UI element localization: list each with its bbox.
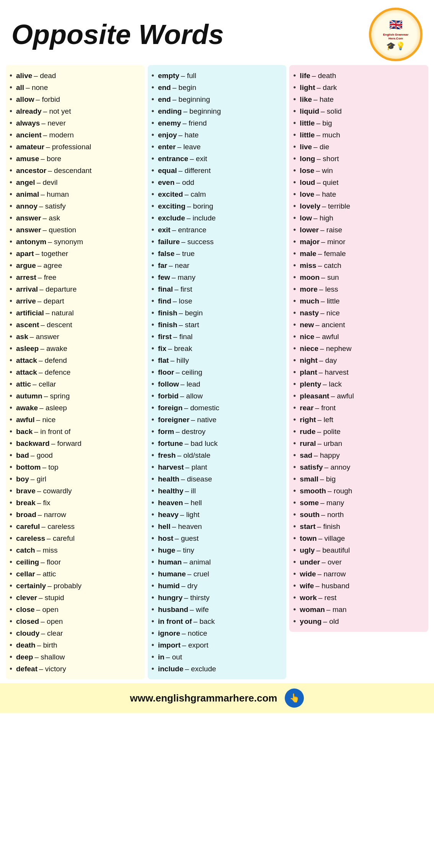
list-item: live – die <box>293 141 424 153</box>
list-item: equal – different <box>152 165 283 176</box>
list-item: backward – forward <box>10 437 141 449</box>
list-item: healthy – ill <box>152 485 283 497</box>
word-bold: attic <box>16 379 31 390</box>
list-item: light – dark <box>293 82 424 93</box>
word-normal: – miss <box>37 545 58 556</box>
word-list-2: empty – fullend – beginend – beginningen… <box>152 70 283 675</box>
word-bold: import <box>158 640 181 651</box>
word-bold: rear <box>300 402 313 413</box>
list-item: pleasant – awful <box>293 390 424 402</box>
word-bold: start <box>300 521 315 532</box>
list-item: sad – happy <box>293 449 424 461</box>
word-normal: – leave <box>177 141 201 152</box>
list-item: close – open <box>10 604 141 615</box>
word-list-3: life – deathlight – darklike – hateliqui… <box>293 70 424 627</box>
word-bold: exit <box>158 224 171 235</box>
word-normal: – nephew <box>320 343 351 354</box>
word-bold: end <box>158 94 171 105</box>
list-item: woman – man <box>293 604 424 615</box>
word-normal: – synonym <box>48 236 83 247</box>
list-item: wide – narrow <box>293 568 424 580</box>
list-item: few – many <box>152 271 283 283</box>
word-normal: – light <box>180 509 200 520</box>
list-item: small – big <box>293 473 424 485</box>
word-bold: excited <box>158 189 183 200</box>
word-normal: – forbid <box>36 94 60 105</box>
word-list-1: alive – deadall – noneallow – forbidalre… <box>10 70 141 675</box>
word-bold: form <box>158 426 174 437</box>
word-bold: new <box>300 319 314 330</box>
list-item: like – hate <box>293 93 424 105</box>
list-item: love – hate <box>293 188 424 200</box>
word-bold: nice <box>300 331 314 342</box>
list-item: import – export <box>152 639 283 651</box>
word-normal: – catch <box>318 260 341 271</box>
word-normal: – plant <box>185 462 207 473</box>
word-normal: – question <box>43 224 77 235</box>
word-bold: certainly <box>16 580 46 591</box>
list-item: enemy – friend <box>152 117 283 129</box>
word-normal: – heaven <box>172 521 202 532</box>
word-normal: – minor <box>321 236 345 247</box>
list-item: satisfy – annoy <box>293 461 424 473</box>
word-normal: – start <box>179 319 199 330</box>
list-item: cloudy – clear <box>10 627 141 639</box>
word-normal: – urban <box>318 438 342 449</box>
list-item: ceiling – floor <box>10 556 141 568</box>
word-bold: already <box>16 106 42 117</box>
word-normal: – win <box>316 165 333 176</box>
word-normal: – first <box>175 284 192 295</box>
list-item: ancestor – descendant <box>10 165 141 176</box>
word-normal: – happy <box>314 450 340 461</box>
list-item: heavy – light <box>152 509 283 520</box>
list-item: certainly – probably <box>10 580 141 592</box>
list-item: brave – cowardly <box>10 485 141 497</box>
word-bold: male <box>300 248 316 259</box>
word-normal: – birth <box>37 640 57 651</box>
word-normal: – boring <box>187 201 214 212</box>
list-item: include – exclude <box>152 663 283 675</box>
word-normal: – beautiful <box>316 545 350 556</box>
word-bold: some <box>300 497 319 508</box>
word-normal: – clear <box>41 628 63 639</box>
word-normal: – husband <box>315 580 349 591</box>
word-bold: finish <box>158 319 178 330</box>
word-normal: – hate <box>316 189 336 200</box>
word-normal: – probably <box>47 580 82 591</box>
list-item: fix – break <box>152 343 283 354</box>
word-bold: small <box>300 473 318 485</box>
word-normal: – include <box>186 212 215 224</box>
word-normal: – notice <box>182 628 207 639</box>
list-item: fortune – bad luck <box>152 437 283 449</box>
word-normal: – ask <box>43 212 60 224</box>
word-normal: – hate <box>313 94 334 105</box>
list-item: artificial – natural <box>10 307 141 319</box>
word-bold: rural <box>300 438 316 449</box>
word-normal: – female <box>318 248 346 259</box>
word-normal: – never <box>41 117 65 129</box>
word-normal: – together <box>35 248 68 259</box>
word-normal: – domestic <box>184 402 219 413</box>
word-bold: right <box>300 414 316 425</box>
list-item: bad – good <box>10 449 141 461</box>
list-item: heaven – hell <box>152 497 283 509</box>
word-normal: – depart <box>38 295 64 307</box>
word-bold: all <box>16 82 24 93</box>
word-bold: argue <box>16 260 36 271</box>
word-bold: alive <box>16 70 32 81</box>
word-normal: – guest <box>175 533 199 544</box>
list-item: allow – forbid <box>10 93 141 105</box>
list-item: final – first <box>152 283 283 295</box>
list-item: empty – full <box>152 70 283 82</box>
word-normal: – many <box>320 497 344 508</box>
logo-text-top: English Grammar <box>383 33 409 37</box>
word-normal: – day <box>319 355 337 366</box>
word-normal: – lead <box>181 379 201 390</box>
hand-icon: 👆 <box>289 693 300 703</box>
list-item: excited – calm <box>152 188 283 200</box>
list-item: young – old <box>293 615 424 627</box>
list-item: rude – polite <box>293 426 424 437</box>
list-item: niece – nephew <box>293 343 424 354</box>
list-item: bottom – top <box>10 461 141 473</box>
list-item: rural – urban <box>293 437 424 449</box>
